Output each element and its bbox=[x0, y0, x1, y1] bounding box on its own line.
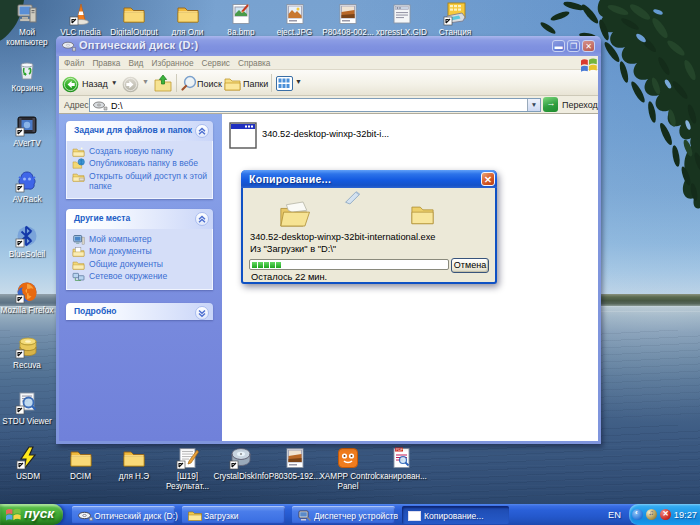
svg-text:PDF: PDF bbox=[395, 448, 403, 452]
